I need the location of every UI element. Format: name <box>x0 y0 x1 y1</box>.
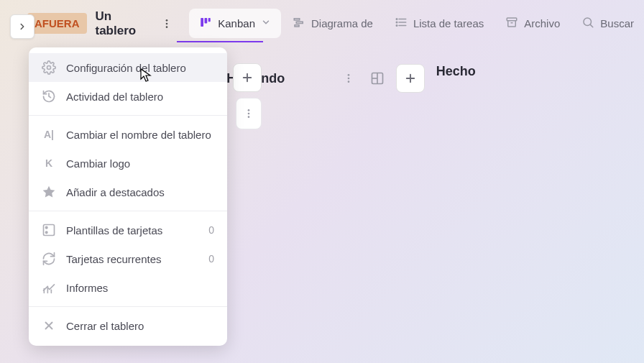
menu-item-count: 0 <box>208 253 214 265</box>
column-done: Hecho <box>436 64 634 93</box>
svg-point-20 <box>347 78 349 80</box>
tab-label: Buscar <box>600 17 634 29</box>
tab-label: Archivo <box>524 17 560 29</box>
svg-rect-4 <box>205 18 208 24</box>
svg-rect-8 <box>295 25 299 27</box>
svg-point-1 <box>165 22 167 24</box>
menu-item-board-settings[interactable]: Configuración del tablero <box>29 53 227 82</box>
tab-list[interactable]: Lista de tareas <box>385 9 494 38</box>
svg-rect-3 <box>201 18 204 27</box>
board-dropdown-menu: Configuración del tablero Actividad del … <box>29 47 227 346</box>
svg-rect-5 <box>208 18 211 22</box>
svg-point-14 <box>396 25 397 27</box>
clock-icon <box>42 89 56 104</box>
svg-line-18 <box>591 24 593 27</box>
board-title[interactable]: Un tablero <box>96 9 155 38</box>
star-icon <box>42 185 56 199</box>
search-button[interactable]: Buscar <box>571 9 644 38</box>
menu-item-label: Cambiar logo <box>66 157 214 170</box>
menu-item-rename-board[interactable]: A| Cambiar el nombre del tablero <box>29 120 227 149</box>
more-vertical-icon <box>243 108 254 119</box>
tab-label: Lista de tareas <box>413 17 484 29</box>
chevron-down-icon <box>261 17 271 29</box>
svg-marker-33 <box>43 186 55 198</box>
menu-divider <box>29 211 227 211</box>
more-vertical-icon <box>343 73 354 84</box>
svg-rect-7 <box>296 22 303 23</box>
menu-item-label: Añadir a destacados <box>66 186 214 198</box>
tab-kanban[interactable]: Kanban <box>189 9 281 38</box>
menu-item-card-templates[interactable]: Plantillas de tarjetas 0 <box>29 216 227 244</box>
rename-icon: A| <box>42 127 56 142</box>
menu-item-count: 0 <box>208 224 214 236</box>
top-bar: AFUERA Un tablero Kanban Diagrama de Lis… <box>0 0 644 47</box>
menu-divider <box>29 306 227 307</box>
refresh-icon <box>42 252 56 266</box>
view-tabs: Kanban Diagrama de Lista de tareas Archi… <box>189 9 644 38</box>
svg-point-13 <box>396 22 397 23</box>
svg-point-35 <box>45 226 47 229</box>
tab-label: Diagrama de <box>311 17 373 29</box>
svg-point-19 <box>347 74 349 76</box>
svg-point-30 <box>248 113 250 115</box>
chevron-right-icon <box>17 22 27 32</box>
column-layout-button[interactable] <box>363 64 392 93</box>
menu-item-label: Actividad del tablero <box>66 91 214 103</box>
column-menu-button[interactable] <box>339 64 359 93</box>
close-icon <box>42 318 56 333</box>
svg-point-29 <box>248 109 250 111</box>
more-vertical-icon <box>161 18 172 29</box>
menu-item-add-favorite[interactable]: Añadir a destacados <box>29 178 227 206</box>
list-icon <box>395 16 408 31</box>
kanban-icon <box>199 16 212 31</box>
menu-item-label: Plantillas de tarjetas <box>66 224 198 236</box>
archive-icon <box>505 16 518 31</box>
tab-archive[interactable]: Archivo <box>495 9 570 38</box>
menu-item-close-board[interactable]: Cerrar el tablero <box>29 311 227 340</box>
board-menu-button[interactable] <box>158 12 175 35</box>
chart-icon <box>42 280 56 295</box>
svg-point-31 <box>248 116 250 118</box>
svg-rect-34 <box>44 225 55 236</box>
template-icon <box>42 223 56 237</box>
svg-rect-15 <box>507 18 518 21</box>
menu-item-label: Configuración del tablero <box>66 62 214 74</box>
active-tab-underline <box>177 41 263 42</box>
gear-icon <box>42 60 56 75</box>
menu-item-label: Cerrar el tablero <box>66 320 214 332</box>
menu-item-board-activity[interactable]: Actividad del tablero <box>29 82 227 111</box>
tab-timeline[interactable]: Diagrama de <box>282 9 383 38</box>
reveal-sidebar-button[interactable] <box>10 14 34 39</box>
search-icon <box>581 16 594 31</box>
column-title: Hecho <box>436 64 634 79</box>
card-menu-button[interactable] <box>236 98 262 129</box>
menu-item-reports[interactable]: Informes <box>29 273 227 302</box>
workspace-tag[interactable]: AFUERA <box>27 13 87 34</box>
plus-icon <box>404 72 417 85</box>
menu-item-label: Tarjetas recurrentes <box>66 253 198 265</box>
svg-point-12 <box>396 19 397 20</box>
svg-point-2 <box>165 26 167 28</box>
plus-icon <box>241 71 254 84</box>
svg-point-21 <box>347 81 349 83</box>
menu-item-recurring-cards[interactable]: Tarjetas recurrentes 0 <box>29 244 227 273</box>
svg-rect-6 <box>294 19 300 20</box>
menu-item-label: Informes <box>66 282 214 294</box>
logo-icon: K <box>42 156 56 170</box>
add-card-button[interactable] <box>396 64 425 93</box>
gantt-icon <box>293 16 305 31</box>
menu-divider <box>29 115 227 116</box>
svg-point-0 <box>165 19 167 22</box>
menu-item-label: Cambiar el nombre del tablero <box>66 129 214 141</box>
svg-point-32 <box>47 66 51 70</box>
tab-label: Kanban <box>218 17 255 29</box>
add-card-button[interactable] <box>233 63 262 92</box>
svg-point-36 <box>45 231 47 234</box>
layout-icon <box>370 71 385 86</box>
menu-item-change-logo[interactable]: K Cambiar logo <box>29 149 227 178</box>
